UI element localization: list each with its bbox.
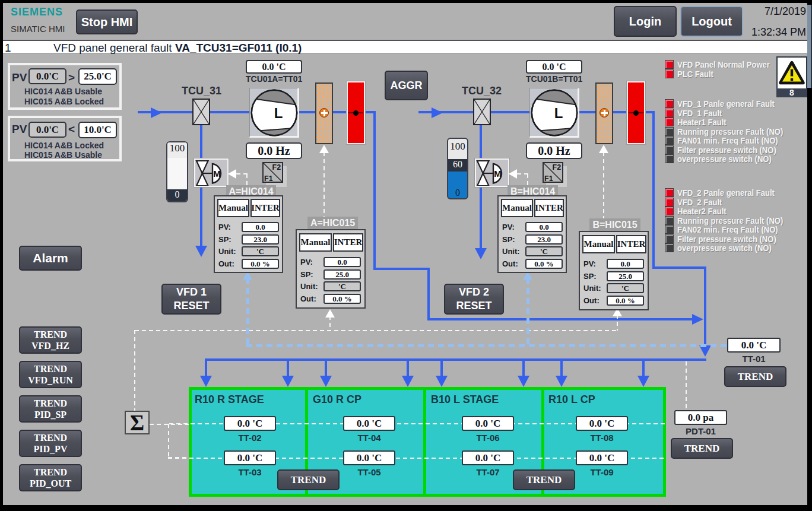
svg-text:F1: F1	[544, 174, 553, 183]
svg-text:L: L	[554, 105, 563, 121]
svg-text:M: M	[213, 169, 221, 179]
svg-text:F2: F2	[553, 163, 562, 172]
svg-text:F2: F2	[272, 163, 281, 172]
svg-text:L: L	[274, 105, 283, 121]
svg-text:F1: F1	[264, 174, 273, 183]
svg-text:M: M	[494, 169, 502, 179]
